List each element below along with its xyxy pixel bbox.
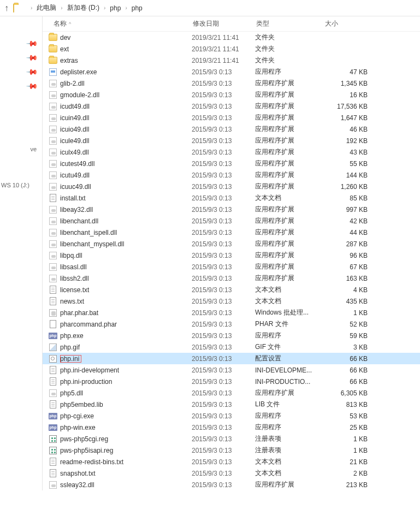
dll-icon — [48, 102, 58, 111]
file-date: 2019/3/21 11:41 — [192, 57, 255, 64]
file-type: 应用程序扩展 — [255, 113, 324, 122]
file-row[interactable]: icule49.dll2015/9/3 0:13应用程序扩展192 KB — [43, 135, 420, 146]
file-row[interactable]: gmodule-2.dll2015/9/3 0:13应用程序扩展16 KB — [43, 89, 420, 100]
file-row[interactable]: icutu49.dll2015/9/3 0:13应用程序扩展144 KB — [43, 169, 420, 181]
file-row[interactable]: pws-php5cgi.reg2015/9/3 0:13注册表项1 KB — [43, 433, 420, 445]
file-type: LIB 文件 — [255, 400, 324, 409]
file-name: php.ini-development — [60, 366, 192, 374]
file-type: 文本文档 — [255, 285, 324, 294]
file-row[interactable]: libeay32.dll2015/9/3 0:13应用程序扩展997 KB — [43, 204, 420, 215]
file-row[interactable]: icuuc49.dll2015/9/3 0:13应用程序扩展1,260 KB — [43, 181, 420, 192]
file-row[interactable]: libsasl.dll2015/9/3 0:13应用程序扩展67 KB — [43, 261, 420, 273]
file-row[interactable]: pharcommand.phar2015/9/3 0:13PHAR 文件52 K… — [43, 318, 420, 330]
crumb-folder-1[interactable]: php — [110, 4, 121, 12]
file-row[interactable]: pws-php5isapi.reg2015/9/3 0:13注册表项1 KB — [43, 445, 420, 456]
file-row[interactable]: news.txt2015/9/3 0:13文本文档435 KB — [43, 295, 420, 307]
header-size[interactable]: 大小 — [325, 19, 371, 28]
file-row[interactable]: icuin49.dll2015/9/3 0:13应用程序扩展1,647 KB — [43, 112, 420, 123]
file-name: icudt49.dll — [60, 103, 192, 110]
file-row[interactable]: phpphp-cgi.exe2015/9/3 0:13应用程序53 KB — [43, 410, 420, 422]
breadcrumb[interactable]: ↑ › 此电脑 › 新加卷 (D:) › php › php — [0, 0, 420, 16]
file-row[interactable]: deplister.exe2015/9/3 0:13应用程序47 KB — [43, 66, 420, 78]
file-size: 17,536 KB — [324, 103, 368, 110]
file-row[interactable]: php.ini-production2015/9/3 0:13INI-PRODU… — [43, 376, 420, 387]
file-type: 应用程序扩展 — [255, 262, 324, 271]
txt-icon — [48, 400, 58, 409]
file-type: 应用程序扩展 — [255, 182, 324, 191]
chevron-right-icon[interactable]: › — [31, 5, 32, 11]
file-row[interactable]: libssh2.dll2015/9/3 0:13应用程序扩展163 KB — [43, 273, 420, 284]
file-row[interactable]: libpq.dll2015/9/3 0:13应用程序扩展96 KB — [43, 250, 420, 261]
file-name: php.ini — [60, 355, 192, 363]
file-row[interactable]: phpphp-win.exe2015/9/3 0:13应用程序25 KB — [43, 422, 420, 433]
file-row[interactable]: phpphp.exe2015/9/3 0:13应用程序59 KB — [43, 330, 420, 341]
file-type: INI-DEVELOPME... — [255, 366, 324, 374]
file-size: 4 KB — [324, 286, 368, 294]
chevron-right-icon[interactable]: › — [61, 5, 62, 11]
file-type: 应用程序扩展 — [255, 170, 324, 180]
file-row[interactable]: dev2019/3/21 11:41文件夹 — [43, 32, 420, 43]
header-date[interactable]: 修改日期 — [193, 19, 256, 28]
up-arrow-icon[interactable]: ↑ — [4, 3, 9, 13]
quick-access-item[interactable]: 📌 — [0, 50, 42, 64]
file-row[interactable]: php.ini2015/9/3 0:13配置设置66 KB — [43, 353, 420, 364]
file-row[interactable]: glib-2.dll2015/9/3 0:13应用程序扩展1,345 KB — [43, 78, 420, 89]
file-date: 2015/9/3 0:13 — [192, 126, 255, 133]
file-size: 144 KB — [324, 171, 368, 179]
file-name: news.txt — [60, 298, 192, 305]
file-type: 应用程序扩展 — [255, 480, 324, 489]
crumb-drive[interactable]: 新加卷 (D:) — [67, 3, 99, 13]
file-name: libenchant.dll — [60, 217, 192, 225]
crumb-folder-2[interactable]: php — [132, 4, 143, 12]
file-row[interactable]: libenchant_ispell.dll2015/9/3 0:13应用程序扩展… — [43, 227, 420, 238]
chevron-right-icon[interactable]: › — [125, 5, 127, 11]
file-date: 2015/9/3 0:13 — [192, 378, 255, 386]
file-name: iculx49.dll — [60, 149, 192, 156]
file-row[interactable]: php5.dll2015/9/3 0:13应用程序扩展6,305 KB — [43, 387, 420, 399]
file-row[interactable]: license.txt2015/9/3 0:13文本文档4 KB — [43, 284, 420, 295]
file-row[interactable]: snapshot.txt2015/9/3 0:13文本文档2 KB — [43, 467, 420, 479]
chevron-right-icon[interactable]: › — [104, 5, 105, 11]
file-row[interactable]: iculx49.dll2015/9/3 0:13应用程序扩展43 KB — [43, 146, 420, 158]
file-size: 16 KB — [324, 91, 368, 99]
file-row[interactable]: icuio49.dll2015/9/3 0:13应用程序扩展46 KB — [43, 123, 420, 135]
crumb-computer[interactable]: 此电脑 — [37, 3, 56, 13]
nav-item-drive[interactable]: WS 10 (J:) — [0, 178, 42, 192]
quick-access-item[interactable]: 📌 — [0, 79, 42, 93]
file-row[interactable]: libenchant_myspell.dll2015/9/3 0:13应用程序扩… — [43, 238, 420, 250]
quick-access-item[interactable] — [0, 22, 42, 36]
file-name: gmodule-2.dll — [60, 91, 192, 99]
file-type: 应用程序 — [255, 67, 324, 76]
file-row[interactable]: php.gif2015/9/3 0:13GIF 文件3 KB — [43, 341, 420, 353]
file-size: 66 KB — [324, 355, 368, 363]
file-row[interactable]: libenchant.dll2015/9/3 0:13应用程序扩展42 KB — [43, 215, 420, 227]
file-type: 应用程序 — [255, 331, 324, 340]
file-row[interactable]: php.ini-development2015/9/3 0:13INI-DEVE… — [43, 364, 420, 376]
file-row[interactable]: install.txt2015/9/3 0:13文本文档85 KB — [43, 192, 420, 204]
file-row[interactable]: php5embed.lib2015/9/3 0:13LIB 文件813 KB — [43, 399, 420, 410]
quick-access-item[interactable]: 📌 — [0, 36, 42, 50]
file-name: ext — [60, 45, 192, 53]
txt-icon — [48, 297, 58, 306]
txt-icon — [48, 286, 58, 294]
reg-icon — [48, 446, 58, 455]
file-row[interactable]: ssleay32.dll2015/9/3 0:13应用程序扩展213 KB — [43, 479, 420, 490]
header-name[interactable]: 名称^ — [54, 19, 193, 28]
header-type[interactable]: 类型 — [256, 19, 325, 28]
gif-icon — [48, 343, 58, 352]
file-type: 注册表项 — [255, 434, 324, 443]
file-name: snapshot.txt — [60, 470, 192, 477]
file-row[interactable]: phar.phar.bat2015/9/3 0:13Windows 批处理...… — [43, 307, 420, 318]
file-row[interactable]: icutest49.dll2015/9/3 0:13应用程序扩展55 KB — [43, 158, 420, 169]
file-type: 应用程序扩展 — [255, 102, 324, 111]
file-date: 2015/9/3 0:13 — [192, 298, 255, 305]
file-name: php5embed.lib — [60, 401, 192, 408]
nav-item[interactable]: ve — [0, 142, 42, 156]
quick-access-item[interactable]: 📌 — [0, 64, 42, 79]
file-row[interactable]: extras2019/3/21 11:41文件夹 — [43, 55, 420, 66]
dll-icon — [48, 205, 58, 214]
file-row[interactable]: ext2019/3/21 11:41文件夹 — [43, 43, 420, 55]
file-row[interactable]: icudt49.dll2015/9/3 0:13应用程序扩展17,536 KB — [43, 100, 420, 112]
file-row[interactable]: readme-redist-bins.txt2015/9/3 0:13文本文档2… — [43, 456, 420, 467]
file-type: 文本文档 — [255, 193, 324, 203]
